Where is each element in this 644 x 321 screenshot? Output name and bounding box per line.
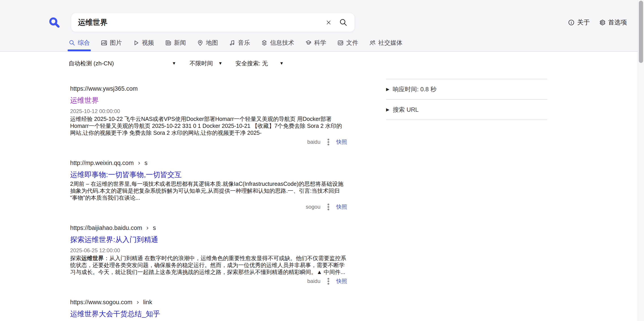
cached-link[interactable]: 快照 [336,203,347,210]
search-result: https://www.ywsj365.com运维世界2025-10-12 00… [70,85,347,145]
result-menu-icon[interactable] [327,138,330,146]
app-logo-icon[interactable] [48,16,60,28]
language-select[interactable]: 自动检测 (zh-CN) ▼ [68,59,176,67]
result-date: 2025-06-25 12:00:00 [70,247,347,254]
engine-name: baidu [307,278,320,284]
dropdown-arrow-icon: ▼ [280,61,284,66]
info-icon [568,19,575,26]
result-snippet: 运维经验 2025-10-22 飞牛云NAS或者VPS使用Docker部署Hom… [70,115,347,136]
tab-视频[interactable]: 视频 [133,34,154,51]
info-section-label: 搜索 URL [393,106,419,114]
result-url-path: s [153,224,156,232]
tab-文件[interactable]: 文件 [337,34,358,51]
music-note-icon [229,39,236,46]
scrollbar-thumb[interactable] [639,1,643,63]
tab-label: 信息技术 [270,39,294,47]
tab-新闻[interactable]: 新闻 [165,34,186,51]
result-url-path: s [144,159,148,167]
engine-name: sogou [306,204,320,210]
cached-link[interactable]: 快照 [336,278,347,285]
tab-图片[interactable]: 图片 [100,34,122,51]
tab-label: 科学 [314,39,326,47]
collapsed-arrow-icon: ▶ [386,87,390,92]
result-title-link[interactable]: 探索运维世界:从入门到精通 [70,235,158,244]
result-title-link[interactable]: 运维即事物:一切皆事物,一切皆交互 [70,170,182,179]
news-icon [165,39,172,46]
engine-name: baidu [307,139,320,145]
result-url: http://mp.weixin.qq.coms [70,159,347,167]
filters-bar: 自动检测 (zh-CN) ▼ 不限时间 ▼ 安全搜索: 无 ▼ [68,58,284,68]
result-menu-icon[interactable] [327,203,330,211]
result-menu-icon[interactable] [327,278,330,285]
tab-label: 社交媒体 [378,39,402,47]
safesearch-value: 安全搜索: 无 [236,59,268,67]
cached-link[interactable]: 快照 [336,138,347,145]
tab-label: 文件 [346,39,358,47]
search-input[interactable] [78,18,324,27]
search-result: https://baijiahao.baidu.coms探索运维世界:从入门到精… [70,224,347,285]
chevron-right-icon [145,225,150,231]
tab-音乐[interactable]: 音乐 [229,34,250,51]
results-info-panel: ▶响应时间: 0.8 秒▶搜索 URL [386,79,547,120]
dropdown-arrow-icon: ▼ [218,61,222,66]
search-submit-button[interactable] [338,17,348,27]
chevron-right-icon [135,300,140,305]
clear-search-button[interactable] [324,18,333,27]
result-footer: baidu快照 [70,278,347,285]
chevron-right-icon [137,160,142,166]
map-pin-icon [197,39,204,46]
result-footer: sogou快照 [70,203,347,210]
tab-综合[interactable]: 综合 [68,34,90,51]
tab-label: 图片 [110,39,122,47]
language-value: 自动检测 (zh-CN) [68,59,114,67]
result-url: https://www.sogou.comlink [70,299,347,306]
results-list: https://www.ywsj365.com运维世界2025-10-12 00… [70,85,347,321]
result-title-link[interactable]: 运维世界大会干货总结_知乎 [70,309,160,319]
people-icon [369,39,376,46]
result-url: https://baijiahao.baidu.coms [70,224,347,232]
preferences-label: 首选项 [608,18,627,27]
info-panel-section[interactable]: ▶搜索 URL [386,99,547,120]
collapsed-arrow-icon: ▶ [386,107,390,112]
safesearch-select[interactable]: 安全搜索: 无 ▼ [236,59,284,67]
result-url-text: https://baijiahao.baidu.com [70,224,142,232]
tab-科学[interactable]: 科学 [305,34,326,51]
category-tabs: 综合图片视频新闻地图音乐信息技术科学文件社交媒体 [68,34,402,51]
search-bar [71,13,355,32]
result-date: 2025-10-12 00:00:00 [70,108,347,114]
scrollbar-track[interactable] [638,0,644,321]
search-result: https://www.sogou.comlink运维世界大会干货总结_知乎 [70,299,347,319]
top-links: 关于 首选项 [568,16,627,29]
dropdown-arrow-icon: ▼ [172,61,176,66]
info-panel-section[interactable]: ▶响应时间: 0.8 秒 [386,79,547,99]
tab-地图[interactable]: 地图 [197,34,218,51]
tab-信息技术[interactable]: 信息技术 [261,34,294,51]
time-range-select[interactable]: 不限时间 ▼ [190,59,222,67]
search-results-page: 关于 首选项 综合图片视频新闻地图音乐信息技术科学文件社交媒体 自动检测 (zh… [0,0,644,321]
result-snippet: 2周前 – 在运维的世界里,每一项技术或者思想都有其逻辑本质.就像IaC(Inf… [70,180,347,201]
result-title-link[interactable]: 运维世界 [70,96,99,105]
time-range-value: 不限时间 [190,59,213,67]
tab-label: 视频 [142,39,154,47]
play-icon [133,39,140,46]
tab-label: 地图 [206,39,218,47]
result-url-text: http://mp.weixin.qq.com [70,159,134,167]
result-url-path: link [143,299,152,306]
grad-cap-icon [305,39,312,46]
info-section-label: 响应时间: 0.8 秒 [393,85,436,93]
result-url: https://www.ywsj365.com [70,85,347,92]
search-icon [68,39,76,46]
about-label: 关于 [577,18,590,27]
result-snippet: 探索运维世界：从入门到精通 在数字时代的浪潮中，运维角色的重要性愈发显得不可或缺… [70,255,347,276]
about-link[interactable]: 关于 [568,18,590,27]
tab-label: 音乐 [238,39,250,47]
tab-label: 综合 [78,39,90,47]
close-icon [326,19,332,25]
preferences-link[interactable]: 首选项 [599,18,627,27]
tab-label: 新闻 [174,39,186,47]
gear-icon [599,19,606,26]
tab-社交媒体[interactable]: 社交媒体 [369,34,402,51]
search-icon [339,18,348,27]
result-url-text: https://www.ywsj365.com [70,85,138,92]
image-icon [100,39,108,46]
